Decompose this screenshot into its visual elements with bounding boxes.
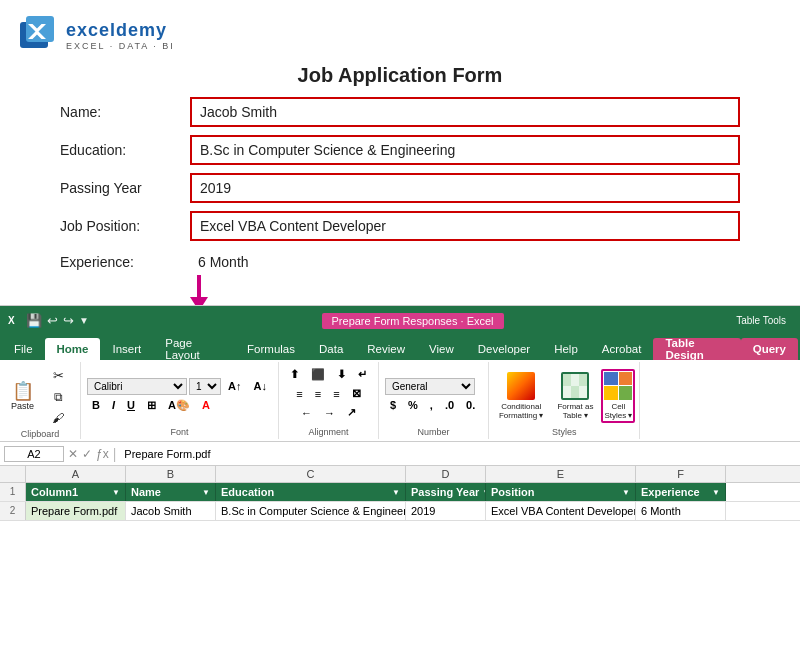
align-left-btn[interactable]: ≡: [291, 385, 307, 402]
align-bottom-btn[interactable]: ⬇: [332, 366, 351, 383]
format-as-table-icon: [561, 372, 589, 400]
alignment-group: ⬆ ⬛ ⬇ ↵ ≡ ≡ ≡ ⊠ ← → ↗ Alignment: [279, 362, 379, 439]
header-cell-position[interactable]: Position ▼: [486, 483, 636, 501]
orient-btn[interactable]: ↗: [342, 404, 361, 421]
cut-btn[interactable]: ✂: [42, 366, 74, 385]
formula-confirm-icon[interactable]: ✓: [82, 447, 92, 461]
tab-help[interactable]: Help: [542, 338, 590, 360]
decimal-dec-btn[interactable]: 0.: [461, 397, 480, 413]
indent-dec-btn[interactable]: ←: [296, 404, 317, 421]
tab-developer[interactable]: Developer: [466, 338, 542, 360]
tab-view[interactable]: View: [417, 338, 466, 360]
percent-btn[interactable]: %: [403, 397, 423, 413]
tab-home[interactable]: Home: [45, 338, 101, 360]
font-color-btn[interactable]: A: [197, 397, 215, 413]
experience-input[interactable]: [190, 249, 740, 275]
tab-formulas[interactable]: Formulas: [235, 338, 307, 360]
conditional-formatting-btn[interactable]: ConditionalFormatting ▾: [493, 369, 549, 423]
format-as-table-btn[interactable]: Format asTable ▾: [551, 369, 599, 423]
filter-arrow-experience[interactable]: ▼: [712, 488, 720, 497]
tab-page-layout[interactable]: Page Layout: [153, 338, 235, 360]
col-header-c[interactable]: C: [216, 466, 406, 482]
font-size-select[interactable]: 11: [189, 378, 221, 395]
fill-color-btn[interactable]: A🎨: [163, 397, 195, 414]
data-cell-column1[interactable]: Prepare Form.pdf: [26, 502, 126, 520]
logo-area: exceldemy EXCEL · DATA · BI: [0, 10, 800, 58]
job-position-input[interactable]: [190, 211, 740, 241]
tab-review[interactable]: Review: [355, 338, 417, 360]
paste-icon: 📋: [12, 382, 34, 400]
comma-btn[interactable]: ,: [425, 397, 438, 413]
customize-qa-btn[interactable]: ▼: [79, 315, 89, 326]
merge-btn[interactable]: ⊠: [347, 385, 366, 402]
conditional-formatting-icon: [507, 372, 535, 400]
formula-cancel-icon[interactable]: ✕: [68, 447, 78, 461]
filter-arrow-name[interactable]: ▼: [202, 488, 210, 497]
formula-insert-fn-icon[interactable]: ƒx: [96, 447, 109, 461]
increase-font-btn[interactable]: A↑: [223, 378, 246, 394]
filter-arrow-column1[interactable]: ▼: [112, 488, 120, 497]
header-cell-education[interactable]: Education ▼: [216, 483, 406, 501]
align-top-btn[interactable]: ⬆: [285, 366, 304, 383]
bold-btn[interactable]: B: [87, 397, 105, 413]
clipboard-content: 📋 Paste ✂ ⧉ 🖌: [6, 366, 74, 427]
col-header-f[interactable]: F: [636, 466, 726, 482]
tab-insert[interactable]: Insert: [100, 338, 153, 360]
font-content: Calibri 11 A↑ A↓ B I U ⊞ A🎨: [87, 366, 272, 425]
header-cell-name[interactable]: Name ▼: [126, 483, 216, 501]
name-input[interactable]: [190, 97, 740, 127]
decimal-inc-btn[interactable]: .0: [440, 397, 459, 413]
decrease-font-btn[interactable]: A↓: [248, 378, 271, 394]
tab-acrobat[interactable]: Acrobat: [590, 338, 654, 360]
table-tools-label: Table Tools: [736, 315, 786, 326]
data-cell-position[interactable]: Excel VBA Content Developer: [486, 502, 636, 520]
tab-table-design[interactable]: Table Design: [653, 338, 740, 360]
paste-btn[interactable]: 📋 Paste: [6, 379, 39, 414]
undo-qa-btn[interactable]: ↩: [47, 313, 58, 328]
header-education-text: Education: [221, 486, 274, 498]
align-right-btn[interactable]: ≡: [328, 385, 344, 402]
currency-btn[interactable]: $: [385, 397, 401, 413]
row-num-2: 2: [0, 502, 26, 520]
filter-arrow-education[interactable]: ▼: [392, 488, 400, 497]
data-cell-passing-year[interactable]: 2019: [406, 502, 486, 520]
header-cell-column1[interactable]: Column1 ▼: [26, 483, 126, 501]
format-painter-btn[interactable]: 🖌: [42, 409, 74, 427]
data-cell-education[interactable]: B.Sc in Computer Science & Engineering: [216, 502, 406, 520]
table-row: 1 Column1 ▼ Name ▼ Education ▼ Passing Y…: [0, 483, 800, 502]
conditional-formatting-label: ConditionalFormatting ▾: [499, 402, 543, 420]
data-cell-experience[interactable]: 6 Month: [636, 502, 726, 520]
passing-year-input[interactable]: [190, 173, 740, 203]
border-btn[interactable]: ⊞: [142, 397, 161, 414]
row-num-col-header: [0, 466, 26, 482]
filter-arrow-position[interactable]: ▼: [622, 488, 630, 497]
indent-inc-btn[interactable]: →: [319, 404, 340, 421]
italic-btn[interactable]: I: [107, 397, 120, 413]
col-header-a[interactable]: A: [26, 466, 126, 482]
education-input[interactable]: [190, 135, 740, 165]
save-qa-btn[interactable]: 💾: [26, 313, 42, 328]
data-cell-name[interactable]: Jacob Smith: [126, 502, 216, 520]
header-cell-experience[interactable]: Experience ▼: [636, 483, 726, 501]
wrap-text-btn[interactable]: ↵: [353, 366, 372, 383]
col-header-d[interactable]: D: [406, 466, 486, 482]
copy-btn[interactable]: ⧉: [42, 388, 74, 406]
font-format-row: B I U ⊞ A🎨 A: [87, 397, 272, 414]
cell-styles-btn[interactable]: CellStyles ▾: [601, 369, 635, 423]
number-format-select[interactable]: General: [385, 378, 475, 395]
header-name-text: Name: [131, 486, 161, 498]
cell-reference-box[interactable]: [4, 446, 64, 462]
align-center-btn[interactable]: ≡: [310, 385, 326, 402]
align-middle-btn[interactable]: ⬛: [306, 366, 330, 383]
underline-btn[interactable]: U: [122, 397, 140, 413]
col-header-b[interactable]: B: [126, 466, 216, 482]
tab-query[interactable]: Query: [741, 338, 798, 360]
ribbon: 📋 Paste ✂ ⧉ 🖌 Clipboard: [0, 360, 800, 442]
header-cell-passing-year[interactable]: Passing Year ▼: [406, 483, 486, 501]
tab-data[interactable]: Data: [307, 338, 355, 360]
clipboard-group: 📋 Paste ✂ ⧉ 🖌 Clipboard: [0, 362, 81, 439]
font-name-select[interactable]: Calibri: [87, 378, 187, 395]
redo-qa-btn[interactable]: ↪: [63, 313, 74, 328]
tab-file[interactable]: File: [2, 338, 45, 360]
col-header-e[interactable]: E: [486, 466, 636, 482]
